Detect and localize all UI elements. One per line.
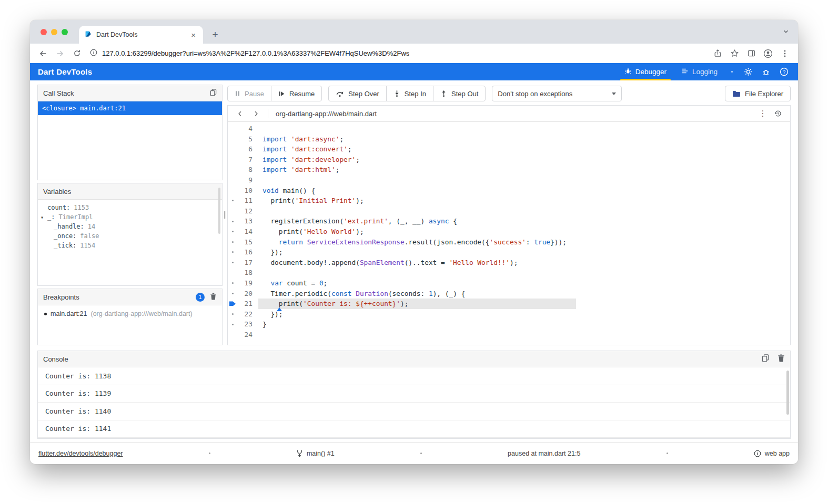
variable-row[interactable]: ▾_:TimerImpl bbox=[38, 212, 222, 222]
gutter-marker[interactable] bbox=[228, 289, 237, 299]
devtools-docs-link[interactable]: flutter.dev/devtools/debugger bbox=[38, 450, 123, 457]
gutter-marker[interactable] bbox=[228, 196, 237, 206]
gutter-marker[interactable] bbox=[228, 278, 237, 289]
gutter-marker[interactable] bbox=[228, 206, 237, 217]
gutter-marker[interactable] bbox=[228, 164, 237, 175]
open-file-path[interactable]: org-dartlang-app:///web/main.dart bbox=[276, 110, 377, 118]
settings-gear-icon[interactable] bbox=[739, 63, 757, 80]
gutter-marker[interactable] bbox=[228, 330, 237, 340]
pause-button[interactable]: Pause bbox=[228, 86, 271, 101]
back-icon[interactable] bbox=[35, 46, 51, 61]
history-forward-icon[interactable] bbox=[249, 107, 262, 120]
minimize-window-button[interactable] bbox=[51, 29, 57, 35]
code-line[interactable]: 20 Timer.periodic(const Duration(seconds… bbox=[228, 289, 576, 299]
code-line[interactable]: 13 registerExtension('ext.print', (_, __… bbox=[228, 216, 576, 227]
variable-row[interactable]: _tick:1154 bbox=[38, 241, 222, 250]
report-bug-icon[interactable] bbox=[757, 63, 775, 80]
panel-splitter[interactable] bbox=[223, 85, 227, 345]
bookmark-star-icon[interactable] bbox=[726, 46, 742, 61]
browser-menu-icon[interactable] bbox=[777, 46, 793, 61]
code-line[interactable]: 14 print('Hello World'); bbox=[228, 227, 576, 237]
gutter-marker[interactable] bbox=[228, 227, 237, 237]
tab-search-chevron-icon[interactable] bbox=[782, 28, 790, 37]
tab-logging[interactable]: Logging bbox=[674, 63, 725, 80]
editor-body[interactable]: 45import 'dart:async';6import 'dart:conv… bbox=[228, 122, 790, 345]
code-line[interactable]: 5import 'dart:async'; bbox=[228, 134, 576, 145]
code-line[interactable]: 17 document.body!.append(SpanElement()..… bbox=[228, 258, 576, 268]
forward-icon[interactable] bbox=[52, 46, 68, 61]
gutter-marker[interactable] bbox=[228, 237, 237, 248]
new-tab-button[interactable]: + bbox=[208, 28, 222, 42]
app-kind-indicator: web app bbox=[754, 450, 790, 457]
variable-row[interactable]: _once:false bbox=[38, 231, 222, 241]
call-stack-frame[interactable]: <closure> main.dart:21 bbox=[38, 101, 222, 115]
history-back-icon[interactable] bbox=[233, 107, 247, 120]
maximize-window-button[interactable] bbox=[62, 29, 68, 35]
code-line[interactable]: 21 print('Counter is: ${++count}'); bbox=[228, 299, 576, 309]
browser-tab[interactable]: Dart DevTools × bbox=[79, 26, 203, 44]
gutter-marker[interactable] bbox=[228, 134, 237, 145]
code-line[interactable]: 4 bbox=[228, 124, 576, 134]
profile-avatar[interactable] bbox=[760, 46, 776, 61]
omnibox[interactable]: 127.0.0.1:63299/debugger?uri=ws%3A%2F%2F… bbox=[86, 46, 709, 61]
console-scrollbar[interactable] bbox=[786, 371, 789, 415]
gutter-marker[interactable] bbox=[228, 319, 237, 330]
exceptions-dropdown[interactable]: Don't stop on exceptions bbox=[492, 86, 622, 101]
step-in-button[interactable]: Step In bbox=[387, 86, 433, 101]
code-line[interactable]: 8import 'dart:html'; bbox=[228, 164, 576, 175]
code-line[interactable]: 11 print('Initial Print'); bbox=[228, 196, 576, 206]
file-history-icon[interactable] bbox=[771, 107, 785, 120]
gutter-marker[interactable] bbox=[228, 186, 237, 196]
variables-scrollbar[interactable] bbox=[218, 188, 220, 234]
page-info-icon[interactable] bbox=[90, 49, 97, 58]
gutter-marker[interactable] bbox=[228, 155, 237, 165]
tab-close-icon[interactable]: × bbox=[189, 30, 198, 40]
code-line[interactable]: 19 var count = 0; bbox=[228, 278, 576, 289]
line-code: print('Hello World'); bbox=[258, 227, 576, 237]
expander-chevron-icon[interactable]: ▾ bbox=[41, 214, 47, 220]
code-line[interactable]: 9 bbox=[228, 175, 576, 186]
close-window-button[interactable] bbox=[41, 29, 47, 35]
breakpoint-row[interactable]: main.dart:21(org-dartlang-app:///web/mai… bbox=[38, 305, 222, 322]
gutter-marker[interactable] bbox=[228, 258, 237, 268]
side-panel-icon[interactable] bbox=[743, 46, 759, 61]
code-line[interactable]: 18 bbox=[228, 268, 576, 278]
clear-console-icon[interactable] bbox=[777, 354, 785, 364]
gutter-marker[interactable] bbox=[228, 144, 237, 155]
line-number: 11 bbox=[237, 196, 258, 206]
console-output[interactable]: Counter is: 1138Counter is: 1139Counter … bbox=[38, 367, 790, 438]
variable-row[interactable]: count:1153 bbox=[38, 203, 222, 212]
gutter-marker[interactable] bbox=[228, 268, 237, 278]
reload-icon[interactable] bbox=[69, 46, 85, 61]
code-line[interactable]: 24 bbox=[228, 330, 576, 340]
code-line[interactable]: 6import 'dart:convert'; bbox=[228, 144, 576, 155]
code-line[interactable]: 7import 'dart:developer'; bbox=[228, 155, 576, 165]
code-line[interactable]: 23} bbox=[228, 319, 576, 330]
file-explorer-button[interactable]: File Explorer bbox=[725, 86, 790, 101]
debugger-right-panel: Pause Resume Step Over bbox=[227, 85, 791, 345]
code-line[interactable]: 12 bbox=[228, 206, 576, 217]
gutter-marker[interactable] bbox=[228, 247, 237, 258]
url-text[interactable]: 127.0.0.1:63299/debugger?uri=ws%3A%2F%2F… bbox=[102, 49, 409, 57]
code-line[interactable]: 15 return ServiceExtensionResponse.resul… bbox=[228, 237, 576, 248]
breakpoint-marker[interactable] bbox=[228, 299, 237, 309]
copy-console-icon[interactable] bbox=[762, 354, 769, 364]
code-line[interactable]: 16 }); bbox=[228, 247, 576, 258]
help-icon[interactable]: ? bbox=[775, 63, 793, 80]
copy-call-stack-icon[interactable] bbox=[210, 89, 217, 98]
gutter-marker[interactable] bbox=[228, 216, 237, 227]
delete-breakpoints-icon[interactable] bbox=[210, 293, 217, 302]
isolate-selector[interactable]: main() #1 bbox=[296, 449, 335, 457]
step-out-button[interactable]: Step Out bbox=[433, 86, 485, 101]
resume-button[interactable]: Resume bbox=[271, 86, 321, 101]
line-number: 21 bbox=[237, 299, 258, 309]
tab-debugger[interactable]: Debugger bbox=[617, 63, 674, 80]
gutter-marker[interactable] bbox=[228, 309, 237, 320]
code-line[interactable]: 10void main() { bbox=[228, 186, 576, 196]
gutter-marker[interactable] bbox=[228, 124, 237, 134]
gutter-marker[interactable] bbox=[228, 175, 237, 186]
share-icon[interactable] bbox=[710, 46, 725, 61]
variable-row[interactable]: _handle:14 bbox=[38, 222, 222, 231]
step-over-button[interactable]: Step Over bbox=[329, 86, 387, 101]
editor-menu-icon[interactable]: ⋮ bbox=[756, 109, 769, 118]
